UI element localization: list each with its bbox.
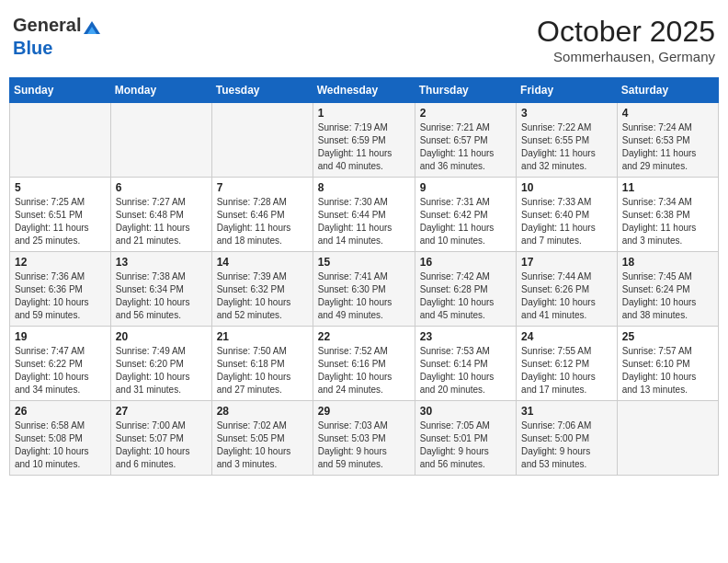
calendar-cell: 15Sunrise: 7:41 AM Sunset: 6:30 PM Dayli… bbox=[313, 252, 415, 327]
day-info: Sunrise: 7:25 AM Sunset: 6:51 PM Dayligh… bbox=[15, 196, 106, 247]
day-number: 25 bbox=[622, 330, 713, 343]
day-number: 13 bbox=[116, 256, 207, 269]
day-number: 26 bbox=[15, 405, 106, 418]
calendar-week-row-1: 1Sunrise: 7:19 AM Sunset: 6:59 PM Daylig… bbox=[10, 103, 719, 178]
day-number: 23 bbox=[420, 330, 511, 343]
day-info: Sunrise: 7:30 AM Sunset: 6:44 PM Dayligh… bbox=[318, 196, 410, 247]
calendar-cell: 28Sunrise: 7:02 AM Sunset: 5:05 PM Dayli… bbox=[211, 401, 313, 476]
day-number: 8 bbox=[318, 181, 410, 194]
calendar-cell: 17Sunrise: 7:44 AM Sunset: 6:26 PM Dayli… bbox=[517, 252, 618, 327]
calendar-cell: 1Sunrise: 7:19 AM Sunset: 6:59 PM Daylig… bbox=[313, 103, 415, 178]
weekday-header-friday: Friday bbox=[517, 78, 618, 103]
weekday-header-saturday: Saturday bbox=[617, 78, 718, 103]
calendar-cell: 2Sunrise: 7:21 AM Sunset: 6:57 PM Daylig… bbox=[415, 103, 516, 178]
day-info: Sunrise: 7:33 AM Sunset: 6:40 PM Dayligh… bbox=[521, 196, 612, 247]
day-number: 28 bbox=[217, 405, 308, 418]
calendar-cell: 3Sunrise: 7:22 AM Sunset: 6:55 PM Daylig… bbox=[517, 103, 618, 178]
calendar-cell: 16Sunrise: 7:42 AM Sunset: 6:28 PM Dayli… bbox=[415, 252, 516, 327]
calendar-cell: 25Sunrise: 7:57 AM Sunset: 6:10 PM Dayli… bbox=[617, 327, 718, 401]
day-number: 16 bbox=[420, 256, 511, 269]
calendar-cell: 10Sunrise: 7:33 AM Sunset: 6:40 PM Dayli… bbox=[517, 178, 618, 252]
day-number: 22 bbox=[318, 330, 410, 343]
day-info: Sunrise: 7:24 AM Sunset: 6:53 PM Dayligh… bbox=[622, 121, 713, 173]
day-number: 12 bbox=[15, 256, 106, 269]
day-number: 30 bbox=[420, 405, 511, 418]
day-info: Sunrise: 7:44 AM Sunset: 6:26 PM Dayligh… bbox=[521, 270, 612, 322]
calendar-cell bbox=[211, 103, 313, 178]
calendar-cell bbox=[110, 103, 211, 178]
calendar-cell: 11Sunrise: 7:34 AM Sunset: 6:38 PM Dayli… bbox=[617, 178, 718, 252]
day-number: 5 bbox=[15, 181, 106, 194]
day-info: Sunrise: 7:49 AM Sunset: 6:20 PM Dayligh… bbox=[116, 345, 207, 396]
day-number: 18 bbox=[622, 256, 713, 269]
day-number: 9 bbox=[420, 181, 511, 194]
calendar-cell bbox=[617, 401, 718, 476]
day-info: Sunrise: 7:21 AM Sunset: 6:57 PM Dayligh… bbox=[420, 121, 511, 173]
day-number: 24 bbox=[521, 330, 612, 343]
day-info: Sunrise: 7:28 AM Sunset: 6:46 PM Dayligh… bbox=[217, 196, 308, 247]
day-number: 19 bbox=[15, 330, 106, 343]
day-info: Sunrise: 7:41 AM Sunset: 6:30 PM Dayligh… bbox=[318, 270, 410, 322]
day-info: Sunrise: 7:19 AM Sunset: 6:59 PM Dayligh… bbox=[318, 121, 410, 173]
day-info: Sunrise: 6:58 AM Sunset: 5:08 PM Dayligh… bbox=[15, 419, 106, 471]
day-number: 21 bbox=[217, 330, 308, 343]
calendar-cell: 24Sunrise: 7:55 AM Sunset: 6:12 PM Dayli… bbox=[517, 327, 618, 401]
logo-blue: Blue bbox=[13, 38, 52, 58]
calendar-cell: 19Sunrise: 7:47 AM Sunset: 6:22 PM Dayli… bbox=[10, 327, 111, 401]
day-number: 14 bbox=[217, 256, 308, 269]
day-info: Sunrise: 7:38 AM Sunset: 6:34 PM Dayligh… bbox=[116, 270, 207, 322]
day-info: Sunrise: 7:57 AM Sunset: 6:10 PM Dayligh… bbox=[622, 345, 713, 396]
day-info: Sunrise: 7:53 AM Sunset: 6:14 PM Dayligh… bbox=[420, 345, 511, 396]
day-info: Sunrise: 7:02 AM Sunset: 5:05 PM Dayligh… bbox=[217, 419, 308, 471]
day-info: Sunrise: 7:31 AM Sunset: 6:42 PM Dayligh… bbox=[420, 196, 511, 247]
weekday-header-monday: Monday bbox=[110, 78, 211, 103]
day-info: Sunrise: 7:42 AM Sunset: 6:28 PM Dayligh… bbox=[420, 270, 511, 322]
day-info: Sunrise: 7:52 AM Sunset: 6:16 PM Dayligh… bbox=[318, 345, 410, 396]
day-number: 1 bbox=[318, 107, 410, 120]
logo-general: General bbox=[13, 15, 81, 35]
calendar-cell: 23Sunrise: 7:53 AM Sunset: 6:14 PM Dayli… bbox=[415, 327, 516, 401]
weekday-header-wednesday: Wednesday bbox=[313, 78, 415, 103]
calendar-cell: 31Sunrise: 7:06 AM Sunset: 5:00 PM Dayli… bbox=[517, 401, 618, 476]
day-number: 10 bbox=[521, 181, 612, 194]
calendar-cell: 20Sunrise: 7:49 AM Sunset: 6:20 PM Dayli… bbox=[110, 327, 211, 401]
calendar-cell: 4Sunrise: 7:24 AM Sunset: 6:53 PM Daylig… bbox=[617, 103, 718, 178]
calendar-cell bbox=[10, 103, 111, 178]
logo-text: General Blue bbox=[13, 15, 103, 59]
calendar-cell: 30Sunrise: 7:05 AM Sunset: 5:01 PM Dayli… bbox=[415, 401, 516, 476]
day-number: 11 bbox=[622, 181, 713, 194]
weekday-header-row: SundayMondayTuesdayWednesdayThursdayFrid… bbox=[10, 78, 719, 103]
day-number: 4 bbox=[622, 107, 713, 120]
day-number: 6 bbox=[116, 181, 207, 194]
calendar-cell: 9Sunrise: 7:31 AM Sunset: 6:42 PM Daylig… bbox=[415, 178, 516, 252]
calendar-cell: 13Sunrise: 7:38 AM Sunset: 6:34 PM Dayli… bbox=[110, 252, 211, 327]
day-info: Sunrise: 7:39 AM Sunset: 6:32 PM Dayligh… bbox=[217, 270, 308, 322]
calendar-cell: 14Sunrise: 7:39 AM Sunset: 6:32 PM Dayli… bbox=[211, 252, 313, 327]
calendar-table: SundayMondayTuesdayWednesdayThursdayFrid… bbox=[9, 77, 719, 476]
title-section: October 2025 Sommerhausen, Germany bbox=[537, 15, 715, 64]
calendar-cell: 22Sunrise: 7:52 AM Sunset: 6:16 PM Dayli… bbox=[313, 327, 415, 401]
day-info: Sunrise: 7:50 AM Sunset: 6:18 PM Dayligh… bbox=[217, 345, 308, 396]
calendar-week-row-2: 5Sunrise: 7:25 AM Sunset: 6:51 PM Daylig… bbox=[10, 178, 719, 252]
weekday-header-tuesday: Tuesday bbox=[211, 78, 313, 103]
calendar-cell: 8Sunrise: 7:30 AM Sunset: 6:44 PM Daylig… bbox=[313, 178, 415, 252]
day-number: 27 bbox=[116, 405, 207, 418]
day-info: Sunrise: 7:03 AM Sunset: 5:03 PM Dayligh… bbox=[318, 419, 410, 471]
location: Sommerhausen, Germany bbox=[537, 49, 715, 64]
day-info: Sunrise: 7:06 AM Sunset: 5:00 PM Dayligh… bbox=[521, 419, 612, 471]
page-header: General Blue October 2025 Sommerhausen, … bbox=[9, 9, 719, 70]
day-info: Sunrise: 7:36 AM Sunset: 6:36 PM Dayligh… bbox=[15, 270, 106, 322]
calendar-cell: 5Sunrise: 7:25 AM Sunset: 6:51 PM Daylig… bbox=[10, 178, 111, 252]
day-info: Sunrise: 7:45 AM Sunset: 6:24 PM Dayligh… bbox=[622, 270, 713, 322]
day-info: Sunrise: 7:27 AM Sunset: 6:48 PM Dayligh… bbox=[116, 196, 207, 247]
calendar-cell: 29Sunrise: 7:03 AM Sunset: 5:03 PM Dayli… bbox=[313, 401, 415, 476]
day-number: 7 bbox=[217, 181, 308, 194]
weekday-header-sunday: Sunday bbox=[10, 78, 111, 103]
logo-icon bbox=[82, 17, 102, 38]
day-number: 17 bbox=[521, 256, 612, 269]
day-number: 15 bbox=[318, 256, 410, 269]
day-info: Sunrise: 7:00 AM Sunset: 5:07 PM Dayligh… bbox=[116, 419, 207, 471]
calendar-week-row-3: 12Sunrise: 7:36 AM Sunset: 6:36 PM Dayli… bbox=[10, 252, 719, 327]
day-number: 2 bbox=[420, 107, 511, 120]
logo: General Blue bbox=[13, 15, 103, 59]
